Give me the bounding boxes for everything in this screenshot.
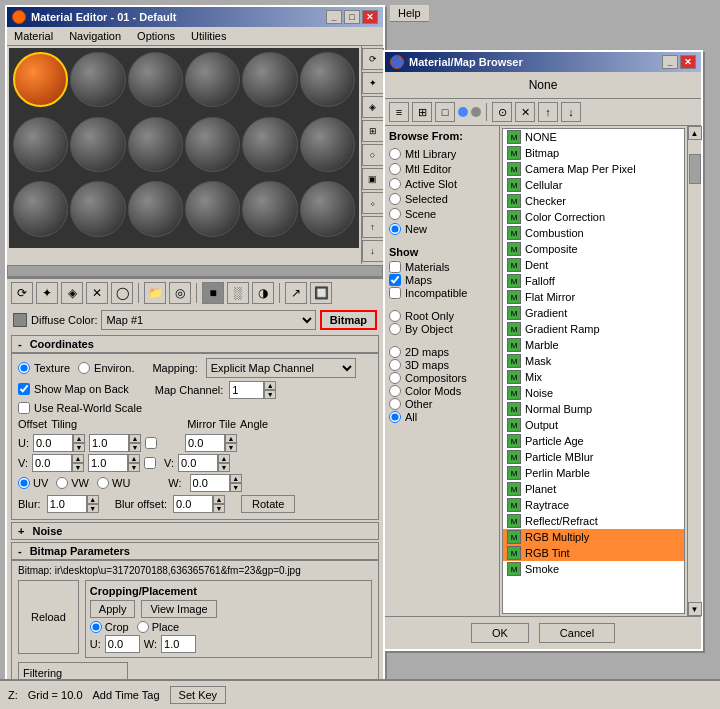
side-btn-9[interactable]: ↓: [362, 240, 384, 262]
map-browser-minimize[interactable]: _: [662, 55, 678, 69]
browser-btn-7[interactable]: ↑: [538, 102, 558, 122]
crop-radio[interactable]: [90, 621, 102, 633]
map-list-item[interactable]: MRGB Multiply: [503, 529, 684, 545]
scroll-thumb[interactable]: [689, 154, 701, 184]
map-list-item[interactable]: MPerlin Marble: [503, 465, 684, 481]
v-offset-input[interactable]: [32, 454, 72, 472]
menu-options[interactable]: Options: [134, 29, 178, 43]
noise-header[interactable]: + Noise: [11, 522, 379, 540]
map-list-item[interactable]: MMarble: [503, 337, 684, 353]
close-button[interactable]: ✕: [362, 10, 378, 24]
sphere-7[interactable]: [13, 117, 68, 172]
map-list-item[interactable]: MNONE: [503, 129, 684, 145]
map-list-item[interactable]: MChecker: [503, 193, 684, 209]
all-maps-item[interactable]: All: [389, 411, 495, 423]
sphere-6[interactable]: [300, 52, 355, 107]
map-list-item[interactable]: MCellular: [503, 177, 684, 193]
tb-get-from-scene[interactable]: 🔲: [310, 282, 332, 304]
map-list-item[interactable]: MParticle MBlur: [503, 449, 684, 465]
map-list-item[interactable]: MGradient: [503, 305, 684, 321]
side-btn-5[interactable]: ○: [362, 144, 384, 166]
view-image-button[interactable]: View Image: [141, 600, 216, 618]
ok-button[interactable]: OK: [471, 623, 529, 643]
u-mirror-checkbox[interactable]: [145, 437, 157, 449]
use-real-world-checkbox[interactable]: [18, 402, 30, 414]
map-list-item[interactable]: MPlanet: [503, 481, 684, 497]
sphere-2[interactable]: [70, 52, 125, 107]
blur-up[interactable]: ▲: [87, 495, 99, 504]
tb-show-background[interactable]: ░: [227, 282, 249, 304]
map-list-item[interactable]: MFlat Mirror: [503, 289, 684, 305]
blur-offset-up[interactable]: ▲: [213, 495, 225, 504]
v-angle-up[interactable]: ▲: [218, 454, 230, 463]
browse-mtl-editor[interactable]: Mtl Editor: [389, 163, 495, 175]
map-list-item[interactable]: MReflect/Refract: [503, 513, 684, 529]
bitmap-params-header[interactable]: - Bitmap Parameters: [11, 542, 379, 560]
sphere-16[interactable]: [185, 181, 240, 236]
3d-maps-radio[interactable]: [389, 359, 401, 371]
tb-show-map[interactable]: ■: [202, 282, 224, 304]
v-angle-down[interactable]: ▼: [218, 463, 230, 472]
diffuse-color-swatch[interactable]: [13, 313, 27, 327]
browse-mtl-library-radio[interactable]: [389, 148, 401, 160]
map-list[interactable]: MNONEMBitmapMCamera Map Per PixelMCellul…: [502, 128, 685, 614]
map-list-item[interactable]: MCombustion: [503, 225, 684, 241]
map-list-scrollbar[interactable]: ▲ ▼: [687, 126, 701, 616]
browse-selected[interactable]: Selected: [389, 193, 495, 205]
w-angle-up[interactable]: ▲: [230, 474, 242, 483]
tb-backlight[interactable]: ◑: [252, 282, 274, 304]
browse-new[interactable]: New: [389, 223, 495, 235]
vw-radio[interactable]: [56, 477, 68, 489]
tb-material-effects[interactable]: ◎: [169, 282, 191, 304]
map-list-item[interactable]: MMix: [503, 369, 684, 385]
browser-btn-6[interactable]: ✕: [515, 102, 535, 122]
show-incompatible-item[interactable]: Incompatible: [389, 287, 495, 299]
blur-offset-down[interactable]: ▼: [213, 504, 225, 513]
u-angle-up[interactable]: ▲: [225, 434, 237, 443]
root-only-item[interactable]: Root Only: [389, 310, 495, 322]
browser-small-icons[interactable]: ⊞: [412, 102, 432, 122]
maximize-button[interactable]: □: [344, 10, 360, 24]
sphere-13[interactable]: [13, 181, 68, 236]
all-maps-radio[interactable]: [389, 411, 401, 423]
blur-input[interactable]: [47, 495, 87, 513]
show-map-back-checkbox[interactable]: [18, 383, 30, 395]
sphere-18[interactable]: [300, 181, 355, 236]
crop-u-input[interactable]: [105, 635, 140, 653]
browse-scene[interactable]: Scene: [389, 208, 495, 220]
blur-down[interactable]: ▼: [87, 504, 99, 513]
u-tiling-down[interactable]: ▼: [129, 443, 141, 452]
map-channel-up[interactable]: ▲: [264, 381, 276, 390]
u-tiling-input[interactable]: [89, 434, 129, 452]
browse-mtl-library[interactable]: Mtl Library: [389, 148, 495, 160]
tb-put-material[interactable]: ✦: [36, 282, 58, 304]
sphere-5[interactable]: [242, 52, 297, 107]
show-maps-item[interactable]: Maps: [389, 274, 495, 286]
u-angle-input[interactable]: [185, 434, 225, 452]
side-btn-3[interactable]: ◈: [362, 96, 384, 118]
by-object-radio[interactable]: [389, 323, 401, 335]
mapping-dropdown[interactable]: Explicit Map Channel: [206, 358, 356, 378]
3d-maps-item[interactable]: 3D maps: [389, 359, 495, 371]
reload-button[interactable]: Reload: [18, 580, 79, 654]
v-tiling-down[interactable]: ▼: [128, 463, 140, 472]
sphere-14[interactable]: [70, 181, 125, 236]
sphere-11[interactable]: [242, 117, 297, 172]
map-list-item[interactable]: MNormal Bump: [503, 401, 684, 417]
menu-material[interactable]: Material: [11, 29, 56, 43]
sphere-17[interactable]: [242, 181, 297, 236]
tb-assign-material[interactable]: ◈: [61, 282, 83, 304]
coordinates-header[interactable]: - Coordinates: [11, 335, 379, 353]
browser-large-icons[interactable]: □: [435, 102, 455, 122]
map-list-item[interactable]: MOutput: [503, 417, 684, 433]
texture-radio[interactable]: [18, 362, 30, 374]
u-offset-input[interactable]: [33, 434, 73, 452]
show-materials-item[interactable]: Materials: [389, 261, 495, 273]
show-materials-checkbox[interactable]: [389, 261, 401, 273]
map-channel-input[interactable]: [229, 381, 264, 399]
sphere-4[interactable]: [185, 52, 240, 107]
v-tiling-input[interactable]: [88, 454, 128, 472]
minimize-button[interactable]: _: [326, 10, 342, 24]
side-btn-2[interactable]: ✦: [362, 72, 384, 94]
side-btn-8[interactable]: ↑: [362, 216, 384, 238]
